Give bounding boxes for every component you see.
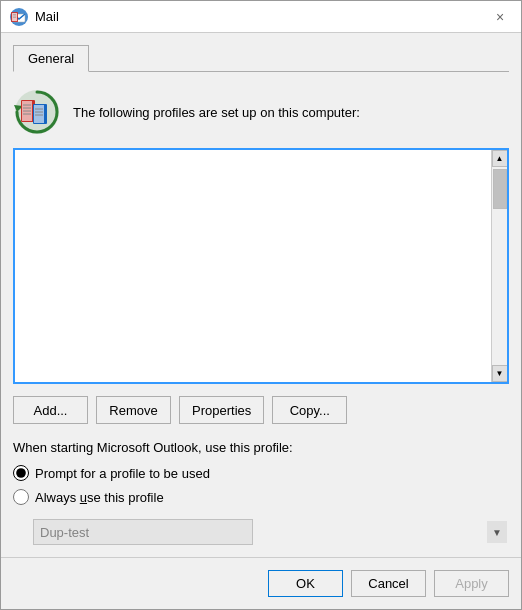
window-title: Mail	[35, 9, 59, 24]
dropdown-arrow-icon: ▼	[487, 521, 507, 543]
tab-bar: General	[13, 45, 509, 72]
tab-general[interactable]: General	[13, 45, 89, 72]
copy-button[interactable]: Copy...	[272, 396, 347, 424]
radio-always[interactable]: Always use this profile	[13, 489, 509, 505]
profile-dropdown-wrapper[interactable]: Dup-test ▼	[33, 519, 509, 545]
ok-button[interactable]: OK	[268, 570, 343, 597]
title-bar-left: Mail	[9, 7, 59, 27]
radio-prompt-label: Prompt for a profile to be used	[35, 466, 210, 481]
close-button[interactable]: ×	[487, 4, 513, 30]
profile-description: The following profiles are set up on thi…	[73, 105, 360, 120]
svg-rect-16	[34, 105, 44, 123]
scroll-up-button[interactable]: ▲	[492, 150, 508, 167]
scroll-down-button[interactable]: ▼	[492, 365, 508, 382]
dialog-content: General	[1, 33, 521, 557]
startup-label: When starting Microsoft Outlook, use thi…	[13, 440, 509, 455]
radio-prompt[interactable]: Prompt for a profile to be used	[13, 465, 509, 481]
profile-books-icon	[13, 88, 61, 136]
scroll-thumb[interactable]	[493, 169, 507, 209]
profiles-listbox[interactable]: ▲ ▼	[13, 148, 509, 384]
profile-header: The following profiles are set up on thi…	[13, 88, 509, 136]
properties-button[interactable]: Properties	[179, 396, 264, 424]
radio-prompt-input[interactable]	[13, 465, 29, 481]
apply-button[interactable]: Apply	[434, 570, 509, 597]
remove-button[interactable]: Remove	[96, 396, 171, 424]
profile-radio-group: Prompt for a profile to be used Always u…	[13, 465, 509, 505]
mail-icon	[9, 7, 29, 27]
listbox-inner: ▲ ▼	[15, 150, 507, 382]
svg-rect-3	[12, 13, 17, 21]
mail-dialog: Mail × General	[0, 0, 522, 610]
radio-always-input[interactable]	[13, 489, 29, 505]
cancel-button[interactable]: Cancel	[351, 570, 426, 597]
scrollbar[interactable]: ▲ ▼	[491, 150, 507, 382]
bottom-buttons: OK Cancel Apply	[1, 557, 521, 609]
add-button[interactable]: Add...	[13, 396, 88, 424]
profile-dropdown[interactable]: Dup-test	[33, 519, 253, 545]
action-buttons: Add... Remove Properties Copy...	[13, 396, 509, 424]
radio-always-label: Always use this profile	[35, 490, 164, 505]
title-bar: Mail ×	[1, 1, 521, 33]
